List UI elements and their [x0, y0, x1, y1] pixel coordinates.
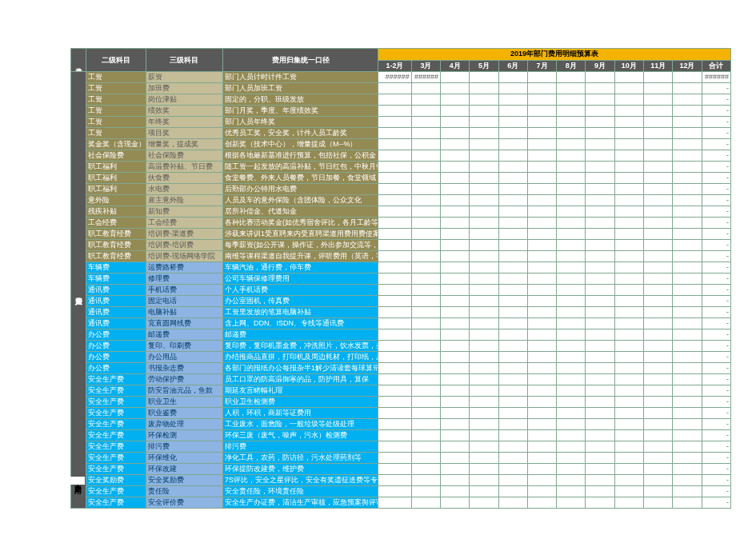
- cell-month[interactable]: [586, 229, 614, 240]
- cell-month[interactable]: [378, 94, 412, 106]
- cell-month[interactable]: [470, 117, 498, 128]
- cell-month[interactable]: [586, 173, 614, 184]
- cell-month[interactable]: [614, 318, 643, 329]
- cell-month[interactable]: [557, 464, 586, 475]
- cell-month[interactable]: -: [702, 94, 730, 106]
- cell-month[interactable]: [498, 475, 527, 486]
- cell-month[interactable]: [378, 430, 412, 441]
- cell-month[interactable]: [498, 341, 527, 352]
- cell-month[interactable]: [441, 408, 470, 419]
- cell-month[interactable]: [441, 397, 470, 408]
- cell-month[interactable]: [614, 430, 643, 441]
- cell-month[interactable]: [557, 106, 586, 117]
- cell-month[interactable]: [411, 453, 440, 464]
- cell-month[interactable]: [586, 329, 614, 341]
- cell-month[interactable]: [673, 83, 702, 94]
- cell-month[interactable]: [441, 419, 470, 430]
- cell-month[interactable]: [586, 475, 614, 486]
- cell-month[interactable]: [557, 218, 586, 229]
- cell-month[interactable]: [441, 307, 470, 318]
- cell-month[interactable]: [644, 218, 673, 229]
- cell-month[interactable]: [470, 262, 498, 273]
- cell-month[interactable]: [673, 352, 702, 363]
- cell-month[interactable]: [614, 363, 643, 374]
- cell-month[interactable]: [527, 206, 556, 218]
- cell-month[interactable]: [557, 273, 586, 285]
- cell-month[interactable]: [441, 497, 470, 509]
- cell-month[interactable]: [498, 94, 527, 106]
- cell-month[interactable]: [527, 441, 556, 453]
- cell-month[interactable]: [586, 128, 614, 139]
- cell-month[interactable]: [614, 117, 643, 128]
- cell-month[interactable]: [411, 430, 440, 441]
- cell-month[interactable]: [411, 251, 440, 262]
- cell-month[interactable]: [411, 229, 440, 240]
- cell-month[interactable]: [673, 229, 702, 240]
- cell-month[interactable]: -: [702, 106, 730, 117]
- cell-month[interactable]: [441, 184, 470, 195]
- cell-month[interactable]: [378, 218, 412, 229]
- cell-month[interactable]: [441, 296, 470, 307]
- cell-month[interactable]: [557, 430, 586, 441]
- cell-month[interactable]: [614, 139, 643, 150]
- cell-month[interactable]: [557, 296, 586, 307]
- cell-month[interactable]: [470, 273, 498, 285]
- cell-month[interactable]: [411, 419, 440, 430]
- cell-month[interactable]: [527, 139, 556, 150]
- cell-month[interactable]: [527, 273, 556, 285]
- cell-month[interactable]: [586, 441, 614, 453]
- cell-month[interactable]: [441, 106, 470, 117]
- cell-month[interactable]: [527, 497, 556, 509]
- cell-month[interactable]: [470, 441, 498, 453]
- cell-month[interactable]: [673, 206, 702, 218]
- cell-month[interactable]: [673, 106, 702, 117]
- cell-month[interactable]: [557, 385, 586, 397]
- cell-month[interactable]: [644, 430, 673, 441]
- cell-month[interactable]: [411, 218, 440, 229]
- cell-month[interactable]: [673, 318, 702, 329]
- cell-month[interactable]: [441, 385, 470, 397]
- cell-month[interactable]: [644, 385, 673, 397]
- cell-month[interactable]: [470, 173, 498, 184]
- cell-month[interactable]: [470, 329, 498, 341]
- cell-month[interactable]: [644, 464, 673, 475]
- cell-month[interactable]: [527, 251, 556, 262]
- cell-month[interactable]: [586, 296, 614, 307]
- cell-month[interactable]: [498, 453, 527, 464]
- cell-month[interactable]: [498, 128, 527, 139]
- cell-month[interactable]: [614, 408, 643, 419]
- cell-month[interactable]: [378, 150, 412, 162]
- cell-month[interactable]: [411, 374, 440, 385]
- cell-month[interactable]: -: [702, 329, 730, 341]
- cell-month[interactable]: [470, 486, 498, 497]
- cell-month[interactable]: [673, 184, 702, 195]
- cell-month[interactable]: [378, 307, 412, 318]
- cell-month[interactable]: [586, 251, 614, 262]
- cell-month[interactable]: [498, 206, 527, 218]
- cell-month[interactable]: [378, 106, 412, 117]
- cell-month[interactable]: [557, 251, 586, 262]
- cell-month[interactable]: [557, 374, 586, 385]
- cell-month[interactable]: [673, 128, 702, 139]
- cell-month[interactable]: [586, 139, 614, 150]
- cell-month[interactable]: [673, 273, 702, 285]
- cell-month[interactable]: [441, 195, 470, 206]
- cell-month[interactable]: [644, 408, 673, 419]
- cell-month[interactable]: [411, 363, 440, 374]
- cell-month[interactable]: [378, 475, 412, 486]
- cell-month[interactable]: -: [702, 430, 730, 441]
- cell-month[interactable]: [470, 352, 498, 363]
- cell-month[interactable]: [411, 139, 440, 150]
- cell-month[interactable]: [644, 83, 673, 94]
- cell-month[interactable]: [441, 464, 470, 475]
- cell-month[interactable]: [673, 497, 702, 509]
- cell-month[interactable]: -: [702, 318, 730, 329]
- cell-month[interactable]: [378, 363, 412, 374]
- cell-month[interactable]: [557, 453, 586, 464]
- cell-month[interactable]: [498, 486, 527, 497]
- cell-month[interactable]: [527, 486, 556, 497]
- cell-month[interactable]: [557, 128, 586, 139]
- cell-month[interactable]: [614, 106, 643, 117]
- cell-month[interactable]: [586, 240, 614, 251]
- cell-month[interactable]: [614, 229, 643, 240]
